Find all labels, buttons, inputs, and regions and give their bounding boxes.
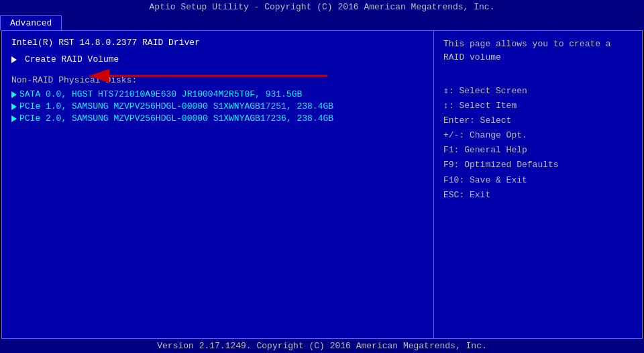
disk-item-1[interactable]: PCIe 1.0, SAMSUNG MZVPV256HDGL-00000 S1X… [11,101,424,111]
help-f1: F1: General Help [443,143,633,158]
disk-label-0: SATA 0.0, HGST HTS721010A9E630 JR10004M2… [19,89,302,99]
disk-indicator-1 [11,103,17,110]
tab-advanced[interactable]: Advanced [0,15,62,30]
disk-indicator-0 [11,91,17,98]
disk-label-1: PCIe 1.0, SAMSUNG MZVPV256HDGL-00000 S1X… [19,101,333,111]
help-section: ⇕: Select Screen ↕: Select Item Enter: S… [443,84,633,203]
left-panel: Intel(R) RST 14.8.0.2377 RAID Driver Cre… [2,31,434,338]
main-area: Intel(R) RST 14.8.0.2377 RAID Driver Cre… [1,30,643,339]
help-change-opt: +/-: Change Opt. [443,128,633,143]
disk-item-2[interactable]: PCIe 2.0, SAMSUNG MZVPV256HDGL-00000 S1X… [11,113,424,123]
help-f10: F10: Save & Exit [443,173,633,188]
help-enter: Enter: Select [443,113,633,128]
disk-indicator-2 [11,115,17,122]
help-esc: ESC: Exit [443,188,633,203]
footer: Version 2.17.1249. Copyright (C) 2016 Am… [0,339,644,353]
disk-label-2: PCIe 2.0, SAMSUNG MZVPV256HDGL-00000 S1X… [19,113,333,123]
help-select-item: ↕: Select Item [443,99,633,113]
tab-bar: Advanced [0,14,644,30]
red-arrow-annotation [83,66,331,86]
right-panel: This page allows you to create a RAID vo… [434,31,642,338]
panel-description: This page allows you to create a RAID vo… [443,38,633,64]
title-bar: Aptio Setup Utility - Copyright (C) 2016… [0,0,644,14]
help-f9: F9: Optimized Defaults [443,158,633,172]
driver-title: Intel(R) RST 14.8.0.2377 RAID Driver [11,38,424,48]
disk-item-0[interactable]: SATA 0.0, HGST HTS721010A9E630 JR10004M2… [11,89,424,99]
help-select-screen: ⇕: Select Screen [443,84,633,99]
create-raid-label: Create RAID Volume [25,54,119,64]
create-raid-option[interactable]: Create RAID Volume [11,54,424,64]
selected-indicator [11,56,17,63]
